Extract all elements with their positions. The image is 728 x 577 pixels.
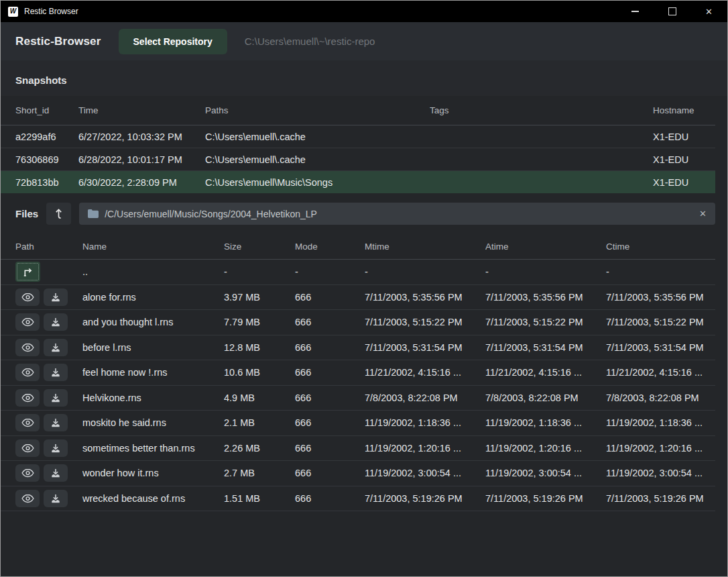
download-file-button[interactable] [44,389,68,407]
download-file-button[interactable] [44,288,68,306]
snapshot-time: 6/30/2022, 2:28:09 PM [78,177,205,188]
parent-directory-row[interactable]: .. - - - - - [1,260,715,285]
file-mode: 666 [295,367,365,378]
file-row[interactable]: sometimes better than.rns 2.26 MB 666 11… [1,436,715,462]
eye-icon [21,443,34,453]
file-row[interactable]: and you thought l.rns 7.79 MB 666 7/11/2… [1,310,715,335]
close-button[interactable]: ✕ [690,1,727,22]
file-mtime: 11/21/2002, 4:15:16 ... [365,367,485,378]
snapshot-row[interactable]: a2299af6 6/27/2022, 10:03:32 PM C:\Users… [1,125,715,148]
column-mode: Mode [295,242,365,252]
preview-file-button[interactable] [15,490,40,507]
file-mode: 666 [295,317,365,327]
download-icon [51,368,60,377]
file-atime: 7/11/2003, 5:31:54 PM [485,342,606,353]
file-row[interactable]: moskito he said.rns 2.1 MB 666 11/19/200… [1,411,715,436]
download-file-button[interactable] [44,464,68,482]
file-size: 2.7 MB [224,468,295,478]
column-tags: Tags [430,105,653,115]
file-atime: 7/11/2003, 5:19:26 PM [485,493,606,504]
file-row[interactable]: Helvikone.rns 4.9 MB 666 7/8/2003, 8:22:… [1,386,715,411]
file-name: and you thought l.rns [82,317,224,327]
preview-file-button[interactable] [15,339,40,356]
file-atime: 11/21/2002, 4:15:16 ... [485,367,606,378]
file-mtime: 7/11/2003, 5:15:22 PM [365,317,485,327]
download-file-button[interactable] [44,313,68,331]
download-file-button[interactable] [44,490,68,507]
download-icon [51,443,60,453]
file-ctime: 7/11/2003, 5:31:54 PM [606,342,715,353]
download-file-button[interactable] [44,364,68,381]
file-name: feel home now !.rns [82,367,224,378]
file-atime: 7/11/2003, 5:15:22 PM [485,317,606,327]
download-icon [51,343,60,352]
preview-file-button[interactable] [15,313,40,331]
column-name: Name [82,242,224,252]
download-file-button[interactable] [44,439,68,457]
file-mode: 666 [295,493,365,504]
eye-icon [21,293,34,302]
preview-file-button[interactable] [15,364,40,381]
file-mtime: 7/8/2003, 8:22:08 PM [365,392,485,403]
file-ctime: - [606,266,715,277]
eye-icon [21,343,34,352]
download-icon [51,494,60,503]
files-table-body: alone for.rns 3.97 MB 666 7/11/2003, 5:3… [1,285,727,512]
snapshot-paths: C:\Users\emuell\.cache [205,154,430,165]
file-name: .. [82,266,224,277]
snapshot-row[interactable]: 72b813bb 6/30/2022, 2:28:09 PM C:\Users\… [1,171,715,193]
window-controls: ✕ [617,1,727,22]
current-path-input[interactable]: /C/Users/emuell/Music/Songs/2004_Helveti… [79,203,715,225]
file-mode: 666 [295,468,365,478]
eye-icon [21,418,34,427]
current-path-value: /C/Users/emuell/Music/Songs/2004_Helveti… [105,209,693,219]
snapshot-row[interactable]: 76306869 6/28/2022, 10:01:17 PM C:\Users… [1,148,715,171]
download-file-button[interactable] [44,414,68,431]
file-row[interactable]: wonder how it.rns 2.7 MB 666 11/19/2002,… [1,461,715,486]
preview-file-button[interactable] [15,464,40,482]
snapshots-table-body: a2299af6 6/27/2022, 10:03:32 PM C:\Users… [1,125,727,193]
file-size: 12.8 MB [224,342,295,353]
eye-icon [21,468,34,478]
file-mode: 666 [295,443,365,454]
file-size: 2.1 MB [224,417,295,428]
clear-path-button[interactable]: ✕ [699,209,707,218]
preview-file-button[interactable] [15,414,40,431]
download-file-button[interactable] [44,339,68,356]
file-size: 3.97 MB [224,292,295,303]
file-size: 10.6 MB [224,367,295,378]
download-icon [51,418,60,427]
eye-icon [21,393,34,403]
file-ctime: 11/19/2002, 1:20:16 ... [606,443,715,454]
snapshot-hostname: X1-EDU [653,154,715,165]
file-atime: 7/11/2003, 5:35:56 PM [485,292,606,303]
arrow-up-icon [54,208,63,219]
minimize-icon [631,11,639,12]
maximize-button[interactable] [654,1,690,22]
wails-logo-icon: W [8,7,18,17]
eye-icon [21,494,34,503]
app-name: Restic-Browser [15,35,101,48]
file-row[interactable]: wrecked because of.rns 1.51 MB 666 7/11/… [1,486,715,512]
file-ctime: 7/11/2003, 5:15:22 PM [606,317,715,327]
download-icon [51,468,60,478]
file-mode: 666 [295,392,365,403]
file-mode: 666 [295,417,365,428]
file-ctime: 7/11/2003, 5:35:56 PM [606,292,715,303]
minimize-button[interactable] [617,1,654,22]
select-repository-button[interactable]: Select Repository [119,29,227,54]
preview-file-button[interactable] [15,288,40,306]
column-mtime: Mtime [365,242,485,252]
path-up-button[interactable] [46,203,71,225]
column-paths: Paths [205,105,430,115]
file-row[interactable]: alone for.rns 3.97 MB 666 7/11/2003, 5:3… [1,285,715,311]
preview-file-button[interactable] [15,389,40,407]
snapshot-paths: C:\Users\emuell\Music\Songs [205,177,430,188]
file-ctime: 11/19/2002, 1:18:36 ... [606,417,715,428]
column-path: Path [15,242,82,252]
preview-file-button[interactable] [15,439,40,457]
file-size: 7.79 MB [224,317,295,327]
file-row[interactable]: before l.rns 12.8 MB 666 7/11/2003, 5:31… [1,335,715,361]
file-row[interactable]: feel home now !.rns 10.6 MB 666 11/21/20… [1,360,715,386]
go-parent-directory-button[interactable] [15,262,40,282]
